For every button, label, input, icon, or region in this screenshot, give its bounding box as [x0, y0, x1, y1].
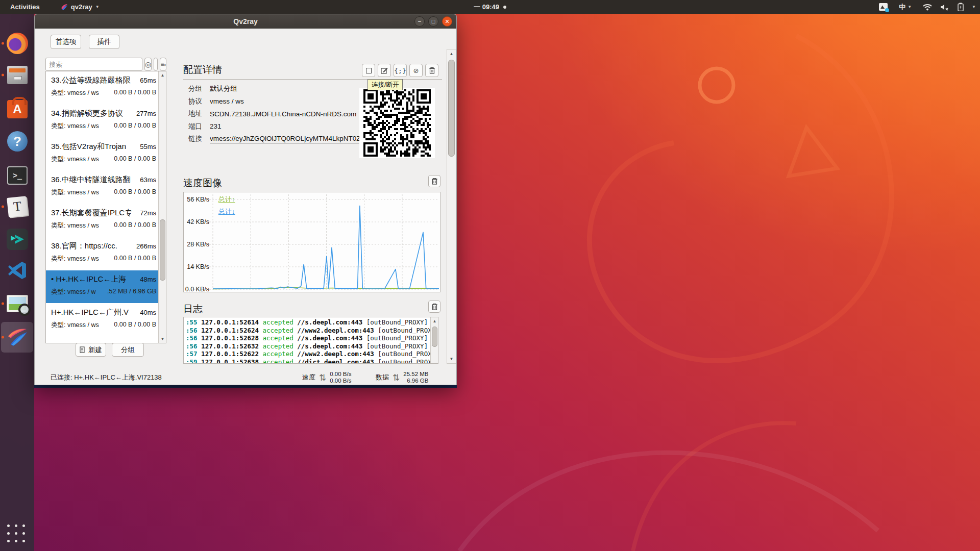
- qv2ray-indicator-icon: [60, 3, 68, 11]
- server-ping: 40ms: [140, 309, 156, 316]
- route-settings-button[interactable]: ⊘: [409, 64, 423, 77]
- server-ping: 266ms: [136, 242, 156, 250]
- clear-graph-button[interactable]: [428, 175, 440, 187]
- server-list-scrollbar[interactable]: ▲ ▼: [158, 71, 166, 343]
- delete-config-button[interactable]: [425, 64, 438, 77]
- ubuntu-software-icon: A: [7, 100, 28, 118]
- blank-filter-button[interactable]: [154, 58, 158, 71]
- connect-tooltip: 连接/断开: [368, 79, 403, 90]
- svg-text:56 KB/s: 56 KB/s: [187, 196, 209, 203]
- volume-muted-icon[interactable]: [940, 4, 949, 11]
- server-name: H+.HK←IPLC←广州.V: [51, 308, 129, 317]
- detail-label: 端口: [188, 122, 205, 131]
- new-config-label: 新建: [88, 345, 102, 355]
- server-list-item[interactable]: H+.HK←IPLC←广州.V 40ms 类型: vmess / ws 0.00…: [46, 304, 159, 337]
- log-line: :56 127.0.0.1:52628 accepted //s.deepl.c…: [186, 334, 438, 342]
- scrollbar-thumb[interactable]: [448, 60, 455, 157]
- dock-item-file-cabinet[interactable]: [5, 63, 30, 87]
- server-data: 0.00 B / 0.00 B: [114, 89, 156, 97]
- battery-icon[interactable]: [958, 3, 964, 11]
- screenshot-tool-icon[interactable]: [879, 3, 888, 11]
- server-list-item[interactable]: 38.官网：https://cc. 266ms 类型: vmess / ws 0…: [46, 237, 159, 270]
- close-button[interactable]: ✕: [442, 16, 452, 27]
- server-ping: 65ms: [140, 77, 156, 84]
- edit-config-button[interactable]: [378, 64, 391, 77]
- server-ping: 277ms: [136, 110, 156, 117]
- dock-item-image-viewer[interactable]: [5, 291, 30, 316]
- config-details-title: 配置详情: [183, 63, 222, 77]
- running-dot: [2, 303, 4, 305]
- server-name: 34.捐赠解锁更多协议: [51, 109, 123, 118]
- trash-icon: [431, 303, 438, 310]
- server-list-item[interactable]: 37.长期套餐覆盖IPLC专 72ms 类型: vmess / ws 0.00 …: [46, 204, 159, 237]
- speed-label: 速度: [302, 373, 315, 382]
- server-ping: 63ms: [140, 176, 156, 184]
- trash-icon: [429, 67, 435, 74]
- sort-icon: ≡▾: [160, 61, 166, 68]
- server-list-item[interactable]: • H+.HK←IPLC←上海 48ms 类型: vmess / w .52 M…: [46, 270, 159, 304]
- log-panel[interactable]: :55 127.0.0.1:52614 accepted //s.deepl.c…: [183, 317, 438, 364]
- clear-log-button[interactable]: [428, 300, 440, 313]
- dock-item-ubuntu-software[interactable]: A: [5, 97, 30, 121]
- svg-text:0.0 KB/s: 0.0 KB/s: [185, 286, 209, 292]
- log-title: 日志: [183, 303, 203, 316]
- detail-label: 协议: [188, 97, 205, 106]
- main-panel-scrollbar[interactable]: ▲ ▼: [447, 49, 456, 364]
- scrollbar-thumb[interactable]: [160, 219, 165, 281]
- scroll-up-icon[interactable]: ▲: [431, 317, 438, 325]
- speed-graph-title: 速度图像: [183, 177, 222, 190]
- log-scrollbar[interactable]: ▲: [430, 317, 438, 363]
- app-indicator[interactable]: qv2ray ▼: [57, 0, 103, 14]
- dock-item-firefox[interactable]: [5, 31, 30, 56]
- server-ping: 55ms: [140, 143, 156, 151]
- minimize-button[interactable]: −: [414, 16, 425, 27]
- server-name: 37.长期套餐覆盖IPLC专: [51, 208, 132, 218]
- new-config-button[interactable]: 新建: [76, 343, 106, 357]
- scroll-up-icon[interactable]: ▲: [447, 49, 456, 58]
- desktop: Activities qv2ray ▼ 一 09:49 中 ▼: [0, 0, 980, 551]
- server-list-item[interactable]: 34.捐赠解锁更多协议 277ms 类型: vmess / ws 0.00 B …: [46, 105, 159, 138]
- system-menu-chevron-icon[interactable]: ▼: [972, 5, 976, 9]
- dock-item-help[interactable]: ?: [5, 129, 30, 154]
- plugins-button[interactable]: 插件: [89, 35, 119, 49]
- edit-json-button[interactable]: {;}: [394, 64, 407, 77]
- log-line: :56 127.0.0.1:52632 accepted //s.deepl.c…: [186, 342, 438, 350]
- preferences-button[interactable]: 首选项: [51, 35, 81, 49]
- legend-total-down-link[interactable]: 总计↓: [218, 207, 235, 216]
- dock-item-typora[interactable]: T: [5, 194, 30, 219]
- scroll-down-icon[interactable]: ▼: [159, 335, 166, 343]
- input-method-label: 中: [899, 3, 905, 12]
- log-line: :59 127.0.0.1:52638 accepted //dict.deep…: [186, 358, 438, 364]
- detail-value: 231: [210, 122, 222, 130]
- window-titlebar[interactable]: Qv2ray − □ ✕: [35, 14, 456, 29]
- detail-label: 分组: [188, 84, 205, 93]
- dock-item-vscode[interactable]: [5, 258, 30, 283]
- teal-branch-icon: [7, 229, 28, 250]
- scroll-up-icon[interactable]: ▲: [159, 71, 166, 79]
- dock-item-terminal[interactable]: >_: [5, 163, 30, 188]
- server-list-item[interactable]: 35.包括V2ray和Trojan 55ms 类型: vmess / ws 0.…: [46, 138, 159, 171]
- data-label: 数据: [376, 373, 389, 382]
- location-pin-button[interactable]: ◎: [144, 58, 152, 71]
- activities-button[interactable]: Activities: [7, 0, 43, 14]
- server-list-item[interactable]: 33.公益等级線路嚴格限 65ms 类型: vmess / ws 0.00 B …: [46, 71, 159, 105]
- dock-item-qv2ray[interactable]: [5, 325, 30, 349]
- group-button[interactable]: 分组: [112, 343, 144, 357]
- trash-icon: [431, 178, 438, 185]
- wifi-icon[interactable]: [923, 4, 932, 11]
- scrollbar-thumb[interactable]: [432, 327, 437, 347]
- legend-total-up-link[interactable]: 总计↑: [218, 195, 235, 204]
- input-method-indicator[interactable]: 中 ▼: [896, 0, 915, 14]
- braces-icon: {;}: [394, 67, 406, 74]
- divider: [183, 79, 442, 80]
- connect-disconnect-button[interactable]: [362, 64, 375, 77]
- maximize-button[interactable]: □: [428, 16, 438, 27]
- server-type: 类型: vmess / ws: [51, 155, 99, 164]
- sort-button[interactable]: ≡▾: [160, 58, 166, 71]
- dock-item-teal-app[interactable]: [5, 227, 30, 252]
- show-applications-button[interactable]: [7, 524, 27, 544]
- server-list-item[interactable]: 36.中继中转隧道线路翻 63ms 类型: vmess / ws 0.00 B …: [46, 171, 159, 204]
- scroll-down-icon[interactable]: ▼: [447, 355, 456, 363]
- search-input[interactable]: [45, 58, 142, 71]
- clock[interactable]: 一 09:49: [474, 3, 506, 12]
